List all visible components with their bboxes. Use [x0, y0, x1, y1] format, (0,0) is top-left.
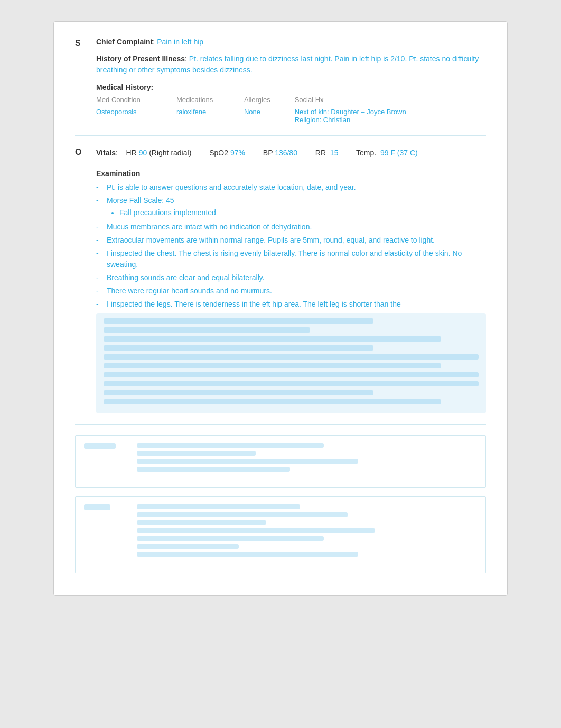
blurred-line: [137, 443, 324, 448]
examination-title: Examination: [96, 169, 486, 178]
cell-med-condition: Osteoporosis: [96, 107, 176, 125]
exam-item-7: - There were regular heart sounds and no…: [96, 285, 486, 297]
blurred-label: [84, 504, 110, 510]
dash-icon: -: [96, 285, 102, 297]
exam-item-3-text: Mucus membranes are intact with no indic…: [107, 222, 486, 233]
blurred-line: [104, 381, 479, 386]
table-row: Osteoporosis raloxifene None Next of kin…: [96, 107, 486, 125]
blurred-line: [137, 504, 300, 509]
medical-history-block: Medical History: Med Condition Medicatio…: [96, 83, 486, 125]
section-s: S Chief Complaint: Pain in left hip Hist…: [75, 38, 486, 136]
blurred-line: [104, 363, 441, 368]
blurred-line: [104, 327, 310, 333]
col-social-hx: Social Hx: [295, 95, 486, 107]
section-o-content: Vitals: HR 90 (Right radial) SpO2 97% BP…: [96, 146, 486, 413]
table-header-row: Med Condition Medications Allergies Soci…: [96, 95, 486, 107]
blurred-line: [137, 520, 266, 525]
cell-allergies: None: [244, 107, 295, 125]
blurred-line: [104, 354, 479, 360]
chief-complaint-line: Chief Complaint: Pain in left hip: [96, 38, 486, 46]
chief-complaint-label: Chief Complaint: [96, 38, 153, 46]
blurred-text-block-b: [137, 504, 477, 560]
cell-medications: raloxifene: [176, 107, 244, 125]
bottom-section-b: [75, 496, 486, 573]
social-hx-line2: Religion: Christian: [295, 116, 351, 124]
bottom-section-a-header: [84, 443, 477, 475]
medical-history-title: Medical History:: [96, 83, 486, 91]
vital-hr: HR 90 (Right radial): [126, 149, 192, 157]
vital-spo2: SpO2 97%: [209, 149, 245, 157]
exam-item-4: - Extraocular movements are within norma…: [96, 235, 486, 246]
dash-icon: -: [96, 182, 102, 193]
blurred-line: [104, 336, 441, 342]
blurred-label: [84, 443, 116, 449]
cell-social-hx: Next of kin: Daughter – Joyce Brown Reli…: [295, 107, 486, 125]
exam-item-5-text: I inspected the chest. The chest is risi…: [107, 248, 486, 270]
exam-item-7-text: There were regular heart sounds and no m…: [107, 285, 486, 297]
dash-icon: -: [96, 222, 102, 233]
blurred-line: [137, 512, 348, 517]
col-med-condition: Med Condition: [96, 95, 176, 107]
bottom-label-a: [84, 443, 126, 475]
exam-item-2: - Morse Fall Scale: 45 Fall precautions …: [96, 195, 486, 219]
exam-item-4-text: Extraocular movements are within normal …: [107, 235, 486, 246]
blurred-line: [104, 318, 373, 324]
blurred-line: [137, 552, 358, 557]
blurred-line: [137, 536, 324, 541]
blurred-line: [104, 390, 373, 395]
medical-history-table: Med Condition Medications Allergies Soci…: [96, 95, 486, 125]
col-allergies: Allergies: [244, 95, 295, 107]
exam-item-1: - Pt. is able to answer questions and ac…: [96, 182, 486, 193]
bottom-label-b: [84, 504, 126, 560]
vital-bp: BP 136/80: [263, 149, 297, 157]
blurred-text-block: [137, 443, 477, 475]
vital-spo2-value: 97%: [230, 149, 245, 157]
hpi-line: History of Present Illness: Pt. relates …: [96, 53, 486, 76]
exam-item-6: - Breathing sounds are clear and equal b…: [96, 272, 486, 283]
section-o: O Vitals: HR 90 (Right radial) SpO2 97% …: [75, 146, 486, 425]
exam-item-5: - I inspected the chest. The chest is ri…: [96, 248, 486, 270]
exam-list: - Pt. is able to answer questions and ac…: [96, 182, 486, 310]
bottom-section-b-header: [84, 504, 477, 560]
section-letter-o: O: [75, 146, 86, 413]
dash-icon: -: [96, 195, 102, 219]
vital-temp-value: 99 F (37 C): [380, 149, 418, 157]
blurred-line: [104, 399, 441, 404]
blurred-line: [137, 544, 239, 549]
exam-item-8-text: I inspected the legs. There is tendernes…: [107, 299, 486, 310]
exam-item-8: - I inspected the legs. There is tendern…: [96, 299, 486, 310]
vital-bp-value: 136/80: [275, 149, 297, 157]
exam-item-3: - Mucus membranes are intact with no ind…: [96, 222, 486, 233]
vital-rr: RR 15: [315, 149, 339, 157]
vitals-label: Vitals: [96, 149, 116, 157]
exam-item-2-text: Morse Fall Scale: 45 Fall precautions im…: [107, 195, 486, 219]
dash-icon: -: [96, 248, 102, 270]
blurred-continuation-1: [96, 313, 486, 413]
vitals-line: Vitals: HR 90 (Right radial) SpO2 97% BP…: [96, 146, 486, 160]
section-letter-s: S: [75, 38, 86, 125]
blurred-line: [137, 451, 256, 456]
vital-rr-value: 15: [330, 149, 339, 157]
col-medications: Medications: [176, 95, 244, 107]
sub-list: Fall precautions implemented: [107, 207, 486, 218]
blurred-line: [104, 372, 479, 377]
bottom-section-a: [75, 435, 486, 488]
chief-complaint-value: Pain in left hip: [157, 38, 203, 46]
vital-temp: Temp. 99 F (37 C): [356, 149, 418, 157]
dash-icon: -: [96, 235, 102, 246]
hpi-label: History of Present Illness: [96, 54, 185, 63]
blurred-line: [137, 528, 375, 533]
dash-icon: -: [96, 272, 102, 283]
blurred-line: [137, 467, 290, 472]
section-s-content: Chief Complaint: Pain in left hip Histor…: [96, 38, 486, 125]
social-hx-line1: Next of kin: Daughter – Joyce Brown: [295, 108, 406, 116]
blurred-line: [104, 345, 373, 351]
exam-item-6-text: Breathing sounds are clear and equal bil…: [107, 272, 486, 283]
blurred-line: [137, 459, 358, 464]
vital-hr-value: 90: [139, 149, 147, 157]
examination-block: Examination - Pt. is able to answer ques…: [96, 169, 486, 413]
exam-item-1-text: Pt. is able to answer questions and accu…: [107, 182, 486, 193]
sub-item-fall-precautions: Fall precautions implemented: [119, 207, 486, 218]
dash-icon: -: [96, 299, 102, 310]
main-page: S Chief Complaint: Pain in left hip Hist…: [53, 21, 508, 596]
